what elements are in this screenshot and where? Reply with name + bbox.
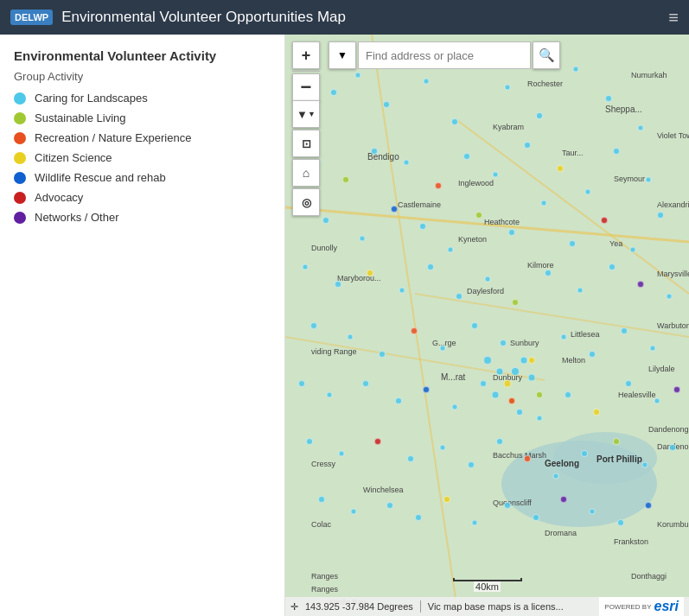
app-logo: DELWP xyxy=(10,10,53,25)
zoom-toolbar: + − xyxy=(292,41,320,101)
svg-text:Taur...: Taur... xyxy=(562,149,584,157)
svg-text:Lilydale: Lilydale xyxy=(648,365,675,373)
xy-icon: ✛ xyxy=(290,601,298,613)
svg-rect-3 xyxy=(285,35,689,616)
legend-label-sustainable-living: Sustainable Living xyxy=(35,111,126,124)
svg-text:Dromana: Dromana xyxy=(545,529,577,537)
map-container[interactable]: Bendigo Sheppa... Dunolly Maryborou... M… xyxy=(285,35,689,616)
coordinates-bar: ✛ 143.925 -37.984 Degrees Vic map base m… xyxy=(285,597,689,616)
svg-text:Donthaggi: Donthaggi xyxy=(631,572,667,581)
search-go-button[interactable]: 🔍 xyxy=(533,41,560,69)
svg-text:Bacchus Marsh: Bacchus Marsh xyxy=(493,451,546,460)
svg-text:Warbuton: Warbuton xyxy=(657,321,689,330)
svg-text:Daylesford: Daylesford xyxy=(467,287,504,295)
svg-text:Heathcote: Heathcote xyxy=(484,218,520,226)
esri-attribution: POWERED BY esri xyxy=(599,597,684,616)
svg-text:Dandenong: Dandenong xyxy=(657,442,689,451)
legend-list: Caring for LandscapesSustainable LivingR… xyxy=(14,92,271,224)
zoom-out-button[interactable]: − xyxy=(292,73,320,101)
svg-text:Littlesea: Littlesea xyxy=(571,330,600,339)
svg-text:Marysville: Marysville xyxy=(657,270,689,278)
svg-text:M...rat: M...rat xyxy=(441,372,466,382)
sidebar: Environmental Volunteer Activity Group A… xyxy=(0,35,285,616)
search-bar: ▼ 🔍 xyxy=(329,41,560,69)
svg-text:Violet Town: Violet Town xyxy=(657,131,689,140)
legend-label-citizen-science: Citizen Science xyxy=(35,151,112,164)
svg-text:Yea: Yea xyxy=(609,239,622,248)
legend-item-wildlife-rescue: Wildlife Rescue and rehab xyxy=(14,171,271,184)
svg-text:Bendigo: Bendigo xyxy=(367,152,399,162)
svg-text:Alexandria: Alexandria xyxy=(657,200,689,209)
svg-text:Ranges: Ranges xyxy=(311,572,339,581)
legend-item-sustainable-living: Sustainable Living xyxy=(14,111,271,124)
search-icon: 🔍 xyxy=(539,48,555,63)
svg-text:Korumburra: Korumburra xyxy=(657,520,689,529)
legend-item-networks-other: Networks / Other xyxy=(14,211,271,224)
filter-toolbar: ▼▼ ⊡ xyxy=(292,100,320,157)
svg-text:Kyabram: Kyabram xyxy=(493,123,524,131)
app-header: DELWP Environmental Volunteer Opportunit… xyxy=(0,0,689,35)
svg-text:Ranges: Ranges xyxy=(311,585,339,594)
zoom-divider xyxy=(292,71,320,72)
scale-bar: 40km xyxy=(453,578,522,592)
powered-by-text: POWERED BY xyxy=(604,603,651,611)
legend-dot-sustainable-living xyxy=(14,112,26,124)
legend-label-networks-other: Networks / Other xyxy=(35,211,119,224)
dropdown-arrow-icon: ▼ xyxy=(337,49,348,61)
legend-item-caring-landscapes: Caring for Landscapes xyxy=(14,92,271,105)
home-button[interactable]: ⌂ xyxy=(292,159,320,187)
search-dropdown-button[interactable]: ▼ xyxy=(329,41,356,69)
map-svg: Bendigo Sheppa... Dunolly Maryborou... M… xyxy=(285,35,689,616)
svg-text:Rochester: Rochester xyxy=(527,79,563,88)
esri-logo-text: esri xyxy=(654,599,679,614)
svg-text:Healesville: Healesville xyxy=(618,391,656,399)
svg-text:Winchelsea: Winchelsea xyxy=(363,486,404,494)
svg-text:Numurkah: Numurkah xyxy=(631,71,667,79)
legend-dot-recreation-nature xyxy=(14,132,26,144)
zoom-in-button[interactable]: + xyxy=(292,41,320,69)
svg-text:Inglewood: Inglewood xyxy=(458,179,494,187)
svg-text:Maryborou...: Maryborou... xyxy=(337,274,381,283)
locate-button[interactable]: ◎ xyxy=(292,188,320,216)
svg-text:Kyneton: Kyneton xyxy=(458,235,487,244)
legend-dot-caring-landscapes xyxy=(14,92,26,105)
svg-text:Port Phillip: Port Phillip xyxy=(596,454,642,464)
main-layout: Environmental Volunteer Activity Group A… xyxy=(0,35,689,616)
legend-label-wildlife-rescue: Wildlife Rescue and rehab xyxy=(35,171,166,184)
legend-label-caring-landscapes: Caring for Landscapes xyxy=(35,92,148,105)
sidebar-title: Environmental Volunteer Activity xyxy=(14,48,271,63)
svg-text:Sunbury: Sunbury xyxy=(510,339,539,347)
svg-text:Dunbury: Dunbury xyxy=(493,373,523,382)
filter-button[interactable]: ▼▼ xyxy=(292,100,320,128)
nav-toolbar: ⌂ ◎ xyxy=(292,159,320,216)
svg-text:Colac: Colac xyxy=(311,520,332,529)
svg-text:G...rge: G...rge xyxy=(432,339,456,347)
svg-text:Queenscliff: Queenscliff xyxy=(493,499,532,507)
legend-dot-citizen-science xyxy=(14,152,26,164)
group-activity-label: Group Activity xyxy=(14,70,271,83)
svg-text:Seymour: Seymour xyxy=(614,175,645,183)
svg-text:Frankston: Frankston xyxy=(614,537,648,546)
svg-text:Geelong: Geelong xyxy=(545,459,579,468)
legend-label-recreation-nature: Recreation / Nature Experience xyxy=(35,131,191,144)
svg-text:Cressy: Cressy xyxy=(311,460,336,468)
svg-text:Dandenong: Dandenong xyxy=(648,425,689,434)
svg-text:Kilmore: Kilmore xyxy=(527,261,554,270)
legend-item-advocacy: Advocacy xyxy=(14,191,271,204)
search-input[interactable] xyxy=(358,41,531,69)
svg-text:Castlemaine: Castlemaine xyxy=(398,200,441,209)
legend-label-advocacy: Advocacy xyxy=(35,191,83,204)
svg-text:viding Range: viding Range xyxy=(311,347,357,356)
layers-button[interactable]: ≡ xyxy=(668,8,679,28)
legend-dot-advocacy xyxy=(14,192,26,204)
svg-text:Sheppa...: Sheppa... xyxy=(605,105,642,114)
svg-text:Melton: Melton xyxy=(562,356,585,365)
coords-divider xyxy=(420,600,421,613)
svg-text:Dunolly: Dunolly xyxy=(311,244,338,252)
select-button[interactable]: ⊡ xyxy=(292,130,320,157)
legend-dot-networks-other xyxy=(14,212,26,224)
scale-label: 40km xyxy=(474,581,501,592)
legend-item-citizen-science: Citizen Science xyxy=(14,151,271,164)
license-text: Vic map base maps is a licens... xyxy=(428,601,564,612)
legend-item-recreation-nature: Recreation / Nature Experience xyxy=(14,131,271,144)
